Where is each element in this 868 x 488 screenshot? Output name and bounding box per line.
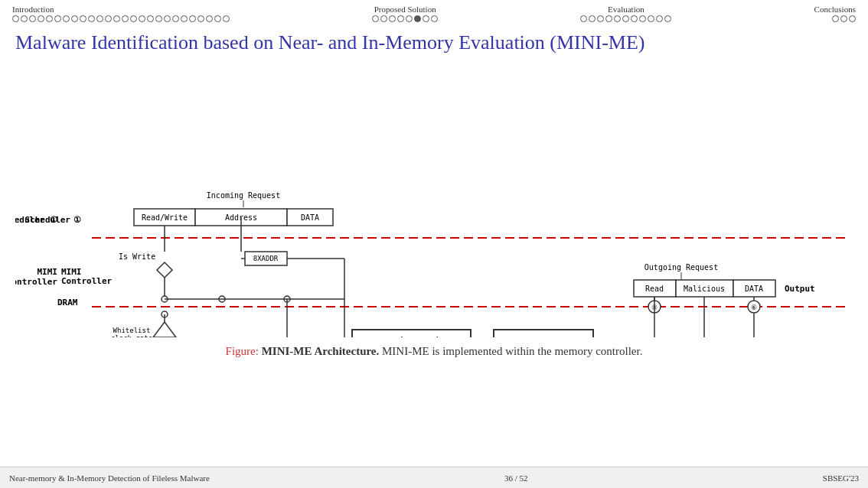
- diagram-area: Scheduler ① MIMI Controller MIMI Matcher…: [0, 62, 868, 340]
- dot: [113, 15, 120, 22]
- nav-conclusions-label: Conclusions: [814, 5, 856, 14]
- nav-proposed-solution-label: Proposed Solution: [374, 5, 436, 14]
- dot: [423, 15, 429, 22]
- nav-proposed-solution-dots: [372, 15, 438, 22]
- page-title: Malware Identification based on Near- an…: [15, 30, 853, 56]
- dot: [21, 15, 28, 22]
- dot-filled: [414, 15, 421, 22]
- svg-text:8XADDR: 8XADDR: [253, 255, 279, 262]
- dot: [372, 15, 379, 22]
- svg-text:Whitelist: Whitelist: [113, 327, 151, 334]
- nav-introduction-dots: [12, 15, 230, 22]
- svg-text:Read: Read: [645, 285, 664, 293]
- svg-text:DATA: DATA: [301, 213, 319, 222]
- dot: [46, 15, 53, 22]
- bottom-right-text: SBSEG'23: [823, 473, 859, 483]
- dot: [832, 15, 839, 22]
- figure-label: Figure:: [226, 345, 259, 357]
- nav-introduction-label: Introduction: [12, 5, 54, 14]
- dot: [96, 15, 103, 22]
- nav-conclusions: Conclusions: [814, 5, 856, 22]
- dot: [397, 15, 404, 22]
- dot: [589, 15, 596, 22]
- dot: [139, 15, 145, 22]
- dot: [380, 15, 387, 22]
- figure-caption: Figure: MINI-ME Architecture. MINI-ME is…: [0, 340, 868, 363]
- dot: [639, 15, 646, 22]
- dot: [29, 15, 36, 22]
- dot: [164, 15, 171, 22]
- title-area: Malware Identification based on Near- an…: [0, 22, 868, 62]
- nav-evaluation-dots: [580, 15, 671, 22]
- dot: [122, 15, 129, 22]
- svg-text:Output: Output: [785, 284, 815, 294]
- dot: [849, 15, 856, 22]
- top-navigation: Introduction: [0, 0, 868, 22]
- dot: [63, 15, 70, 22]
- svg-text:①: ①: [73, 215, 81, 225]
- svg-marker-18: [157, 262, 172, 278]
- figure-bold: MINI-ME Architecture.: [262, 345, 380, 357]
- dot: [12, 15, 19, 22]
- nav-evaluation: Evaluation: [580, 5, 671, 22]
- nav-evaluation-label: Evaluation: [608, 5, 644, 14]
- dot: [622, 15, 629, 22]
- dot: [597, 15, 604, 22]
- svg-text:DRAM: DRAM: [57, 298, 78, 307]
- dot: [631, 15, 638, 22]
- bottom-center-text: 36 / 52: [504, 473, 528, 483]
- svg-text:⑥: ⑥: [751, 304, 757, 311]
- bottom-left-text: Near-memory & In-Memory Detection of Fil…: [9, 473, 210, 483]
- dot: [389, 15, 396, 22]
- nav-conclusions-dots: [832, 15, 856, 22]
- nav-proposed-solution: Proposed Solution: [372, 5, 438, 22]
- svg-text:Controller: Controller: [61, 276, 113, 286]
- dot: [614, 15, 621, 22]
- dot: [206, 15, 213, 22]
- dot: [223, 15, 230, 22]
- dot: [105, 15, 112, 22]
- dot: [580, 15, 587, 22]
- svg-text:Matching Engine: Matching Engine: [374, 336, 450, 337]
- svg-text:MIMI: MIMI: [38, 267, 58, 277]
- svg-text:Controller: Controller: [15, 277, 57, 287]
- dot: [605, 15, 612, 22]
- dot: [71, 15, 78, 22]
- svg-text:clock-gate: clock-gate: [111, 334, 152, 337]
- dot: [648, 15, 654, 22]
- dot: [181, 15, 188, 22]
- dot: [197, 15, 204, 22]
- architecture-diagram: Scheduler ① MIMI Controller MIMI Matcher…: [15, 62, 853, 337]
- bottom-bar: Near-memory & In-Memory Detection of Fil…: [0, 467, 868, 488]
- dot: [155, 15, 162, 22]
- svg-text:Read/Write: Read/Write: [142, 213, 188, 222]
- svg-text:Scheduler ①: Scheduler ①: [15, 215, 57, 225]
- dot: [214, 15, 221, 22]
- svg-text:Incoming Request: Incoming Request: [207, 191, 280, 200]
- dot: [431, 15, 438, 22]
- dot: [38, 15, 44, 22]
- dot: [406, 15, 413, 22]
- dot: [664, 15, 671, 22]
- svg-text:Is Write: Is Write: [119, 252, 155, 261]
- dot: [80, 15, 86, 22]
- dot: [130, 15, 137, 22]
- dot: [189, 15, 196, 22]
- svg-text:DATA: DATA: [745, 285, 763, 293]
- dot: [147, 15, 154, 22]
- dot: [840, 15, 847, 22]
- svg-text:Malicious: Malicious: [684, 285, 725, 293]
- svg-text:Outgoing Request: Outgoing Request: [644, 263, 718, 272]
- svg-marker-28: [153, 322, 176, 337]
- nav-introduction: Introduction: [12, 5, 230, 22]
- dot: [54, 15, 61, 22]
- dot: [656, 15, 663, 22]
- dot: [172, 15, 179, 22]
- svg-rect-58: [494, 330, 593, 337]
- figure-rest: MINI-ME is implemented within the memory…: [382, 345, 642, 357]
- dot: [88, 15, 95, 22]
